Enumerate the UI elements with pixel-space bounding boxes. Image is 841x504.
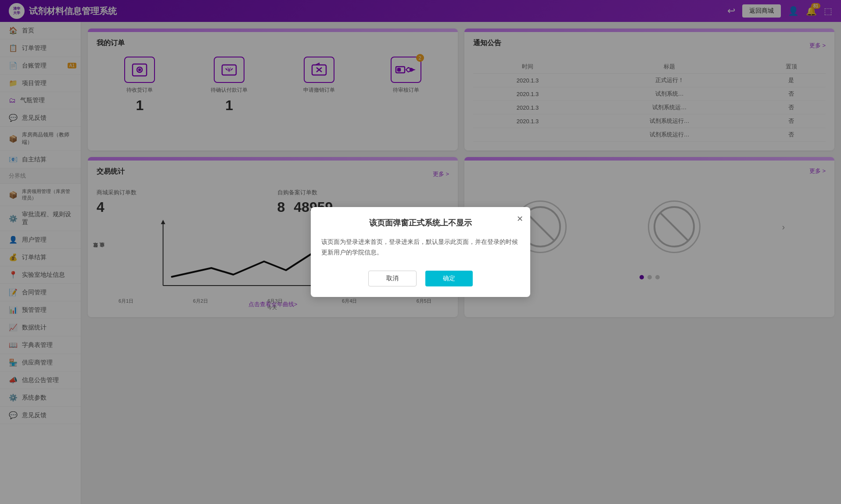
- dialog-title: 该页面弹窗正式系统上不显示: [321, 218, 520, 228]
- dialog-confirm-button[interactable]: 确定: [425, 271, 473, 286]
- dialog: 该页面弹窗正式系统上不显示 ✕ 该页面为登录进来首页，登录进来后，默认显示此页面…: [311, 207, 530, 297]
- dialog-overlay: 该页面弹窗正式系统上不显示 ✕ 该页面为登录进来首页，登录进来后，默认显示此页面…: [0, 0, 841, 504]
- dialog-cancel-button[interactable]: 取消: [368, 271, 417, 286]
- dialog-close-button[interactable]: ✕: [517, 214, 523, 224]
- dialog-footer: 取消 确定: [321, 271, 520, 286]
- dialog-body: 该页面为登录进来首页，登录进来后，默认显示此页面，并在登录的时候更新用户的学院信…: [321, 237, 520, 258]
